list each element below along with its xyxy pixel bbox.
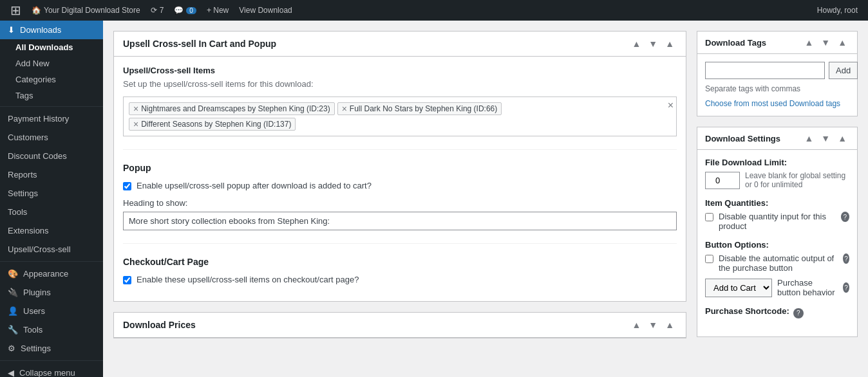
sidebar-item-upsell-cross-sell[interactable]: Upsell/Cross-sell bbox=[0, 240, 103, 259]
upsell-panel-body: Upsell/Cross-sell Items Set up the upsel… bbox=[114, 57, 686, 301]
disable-purchase-row: Disable the automatic output of the purc… bbox=[705, 253, 849, 273]
sidebar-item-settings[interactable]: Settings bbox=[0, 184, 103, 203]
sidebar-item-customers[interactable]: Customers bbox=[0, 128, 103, 147]
enable-checkout-checkbox[interactable] bbox=[123, 276, 131, 284]
prices-panel-up-button[interactable]: ▲ bbox=[629, 319, 643, 331]
disable-quantity-label[interactable]: Disable quantity input for this product bbox=[719, 212, 835, 231]
purchase-shortcode-label-row: Purchase Shortcode: ? bbox=[705, 306, 849, 320]
sidebar-item-categories[interactable]: Categories bbox=[0, 71, 103, 87]
disable-quantity-checkbox[interactable] bbox=[705, 213, 713, 221]
sidebar-item-appearance[interactable]: 🎨 Appearance bbox=[0, 264, 103, 283]
download-settings-title: Download Settings bbox=[705, 134, 780, 143]
new-button[interactable]: + New bbox=[202, 0, 234, 21]
settings-panel-controls: ▲ ▼ ▲ bbox=[802, 133, 849, 144]
comments-button[interactable]: 💬 0 bbox=[169, 0, 202, 21]
sidebar-item-settings2[interactable]: ⚙ Settings bbox=[0, 339, 103, 358]
enable-checkout-row: Enable these upsell/cross-sell items on … bbox=[123, 275, 677, 284]
purchase-behavior-label: Purchase button behavior bbox=[777, 278, 836, 297]
download-prices-panel: Download Prices ▲ ▼ ▲ bbox=[113, 312, 686, 338]
download-settings-header: Download Settings ▲ ▼ ▲ bbox=[697, 127, 857, 150]
sidebar-item-payment-history[interactable]: Payment History bbox=[0, 109, 103, 128]
purchase-behavior-row: Add to Cart Purchase button behavior ? bbox=[705, 278, 849, 297]
button-options-row: Button Options: Disable the automatic ou… bbox=[705, 240, 849, 297]
sidebar-item-tags[interactable]: Tags bbox=[0, 87, 103, 104]
tag-remove-1[interactable]: × bbox=[133, 104, 138, 113]
heading-field-row: Heading to show: bbox=[123, 198, 677, 230]
upsell-section-title: Upsell/Cross-sell Items bbox=[123, 66, 677, 75]
sidebar-item-plugins[interactable]: 🔌 Plugins bbox=[0, 283, 103, 302]
sidebar-item-add-new[interactable]: Add New bbox=[0, 55, 103, 71]
settings-panel-up-button[interactable]: ▲ bbox=[802, 133, 816, 144]
tags-panel-handle[interactable]: ▲ bbox=[835, 37, 849, 48]
purchase-shortcode-row: Purchase Shortcode: ? bbox=[705, 306, 849, 320]
plugins-icon: 🔌 bbox=[8, 288, 18, 297]
upsell-panel: Upsell Cross-sell In Cart and Popup ▲ ▼ … bbox=[113, 31, 686, 302]
panel-collapse-down-button[interactable]: ▼ bbox=[646, 38, 660, 50]
update-counter[interactable]: ⟳ 7 bbox=[146, 0, 169, 21]
collapse-icon: ◀ bbox=[8, 368, 14, 377]
download-tags-panel: Download Tags ▲ ▼ ▲ Add Separate tags wi… bbox=[697, 31, 858, 116]
tags-label: Tags bbox=[15, 91, 33, 100]
purchase-help-icon[interactable]: ? bbox=[843, 253, 849, 264]
discount-codes-label: Discount Codes bbox=[8, 151, 67, 161]
tag-item-3: × Different Seasons by Stephen King (ID:… bbox=[129, 118, 296, 131]
panel-drag-handle[interactable]: ▲ bbox=[663, 38, 677, 50]
tags-text-input[interactable] bbox=[705, 62, 825, 79]
collapse-menu-button[interactable]: ◀ Collapse menu bbox=[0, 363, 103, 377]
tags-add-button[interactable]: Add bbox=[829, 62, 858, 79]
panel-collapse-up-button[interactable]: ▲ bbox=[629, 38, 643, 50]
sidebar-item-tools[interactable]: Tools bbox=[0, 203, 103, 221]
howdy-text: Howdy, root bbox=[817, 6, 863, 15]
download-prices-panel-header: Download Prices ▲ ▼ ▲ bbox=[114, 313, 686, 338]
purchase-behavior-select[interactable]: Add to Cart bbox=[705, 279, 772, 297]
settings-panel-handle[interactable]: ▲ bbox=[835, 133, 849, 144]
tags-close-button[interactable]: × bbox=[668, 100, 674, 111]
upsell-cross-sell-label: Upsell/Cross-sell bbox=[8, 244, 71, 254]
enable-popup-checkbox[interactable] bbox=[123, 182, 131, 190]
sidebar-item-reports[interactable]: Reports bbox=[0, 165, 103, 184]
tags-panel-up-button[interactable]: ▲ bbox=[802, 37, 816, 48]
downloads-label: Downloads bbox=[20, 25, 61, 35]
tags-most-used-link[interactable]: Choose from most used Download tags bbox=[705, 99, 840, 108]
enable-popup-label[interactable]: Enable upsell/cross-sell popup after dow… bbox=[137, 181, 372, 190]
file-download-limit-input[interactable] bbox=[705, 172, 740, 189]
enable-checkout-label[interactable]: Enable these upsell/cross-sell items on … bbox=[137, 275, 359, 284]
disable-purchase-label[interactable]: Disable the automatic output of the purc… bbox=[719, 253, 836, 273]
behavior-help-icon[interactable]: ? bbox=[843, 282, 849, 293]
upsell-tags-container[interactable]: × Nightmares and Dreamscapes by Stephen … bbox=[123, 97, 677, 136]
sidebar-item-discount-codes[interactable]: Discount Codes bbox=[0, 147, 103, 165]
view-download-button[interactable]: View Download bbox=[234, 0, 297, 21]
button-options-label: Button Options: bbox=[705, 240, 849, 250]
site-name-button[interactable]: 🏠 Your Digital Download Store bbox=[26, 0, 146, 21]
sidebar-item-users[interactable]: 👤 Users bbox=[0, 302, 103, 320]
shortcode-help-icon[interactable]: ? bbox=[793, 308, 804, 318]
disable-purchase-checkbox[interactable] bbox=[705, 255, 713, 263]
prices-panel-controls: ▲ ▼ ▲ bbox=[629, 319, 677, 331]
categories-label: Categories bbox=[15, 75, 56, 84]
tag-remove-3[interactable]: × bbox=[133, 120, 138, 129]
update-count: 7 bbox=[160, 6, 164, 15]
main-content: Upsell Cross-sell In Cart and Popup ▲ ▼ … bbox=[103, 21, 868, 377]
upsell-section-desc: Set up the upsell/cross-sell items for t… bbox=[123, 79, 677, 89]
quantity-help-icon[interactable]: ? bbox=[841, 212, 849, 222]
tag-item-1: × Nightmares and Dreamscapes by Stephen … bbox=[129, 102, 335, 115]
sidebar: ⬇ Downloads All Downloads Add New Catego… bbox=[0, 21, 103, 377]
settings2-label: Settings bbox=[21, 344, 51, 353]
sidebar-item-extensions[interactable]: Extensions bbox=[0, 221, 103, 240]
sidebar-item-all-downloads[interactable]: All Downloads bbox=[0, 39, 103, 55]
prices-panel-down-button[interactable]: ▼ bbox=[646, 319, 660, 331]
comments-icon: 💬 bbox=[174, 6, 184, 15]
heading-field-input[interactable] bbox=[123, 212, 677, 230]
add-new-label: Add New bbox=[15, 59, 50, 68]
payment-history-label: Payment History bbox=[8, 114, 69, 124]
tag-remove-2[interactable]: × bbox=[342, 104, 347, 113]
tags-panel-down-button[interactable]: ▼ bbox=[818, 37, 833, 48]
extensions-label: Extensions bbox=[8, 226, 49, 235]
prices-panel-handle[interactable]: ▲ bbox=[663, 319, 677, 331]
tag-label-3: Different Seasons by Stephen King (ID:13… bbox=[141, 120, 291, 129]
sidebar-item-downloads[interactable]: ⬇ Downloads bbox=[0, 21, 103, 39]
wp-logo-button[interactable]: ⊞ bbox=[5, 0, 26, 21]
sidebar-item-tools2[interactable]: 🔧 Tools bbox=[0, 320, 103, 339]
enable-popup-row: Enable upsell/cross-sell popup after dow… bbox=[123, 181, 677, 190]
settings-panel-down-button[interactable]: ▼ bbox=[818, 133, 833, 144]
